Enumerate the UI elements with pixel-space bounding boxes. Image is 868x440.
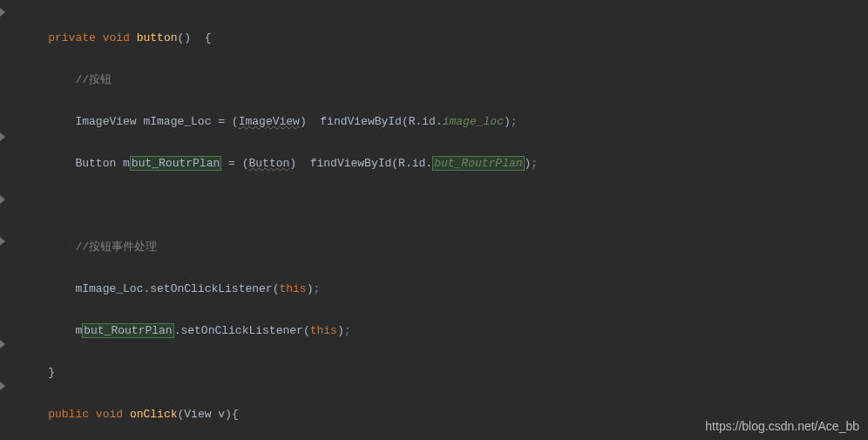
code-line (21, 195, 868, 216)
code-line: ImageView mImage_Loc = (ImageView) findV… (21, 112, 868, 132)
var-decl: mImage_Loc = ( (137, 115, 239, 128)
comment: //按钮事件处理 (75, 240, 157, 254)
punct: ) (504, 115, 511, 128)
unused-cast: Button (248, 157, 289, 170)
keyword-void: void (96, 408, 123, 421)
field-ref: image_loc (443, 115, 504, 128)
call: mImage_Loc.setOnClickListener( (75, 282, 279, 295)
keyword-this: this (279, 282, 306, 295)
semicolon: ; (511, 115, 518, 128)
editor-gutter (0, 0, 21, 440)
punct: = ( (221, 157, 248, 170)
brace-open: { (232, 408, 239, 421)
var-decl: m (116, 157, 130, 170)
call: .setOnClickListener( (174, 324, 310, 337)
code-line: Button mbut_RoutrPlan = (Button) findVie… (21, 153, 868, 174)
punct: ) (307, 282, 314, 295)
highlighted-identifier: but_RoutrPlan (130, 156, 221, 171)
semicolon: ; (531, 157, 538, 170)
keyword-void: void (103, 31, 130, 44)
highlighted-identifier: but_RoutrPlan (82, 323, 173, 338)
method-name: button (137, 31, 178, 44)
semicolon: ; (314, 282, 321, 295)
code-line: mImage_Loc.setOnClickListener(this); (21, 279, 868, 300)
keyword-private: private (48, 31, 96, 44)
gutter-override-icon (0, 340, 5, 349)
method-name: onClick (130, 408, 178, 421)
code-line: } (21, 362, 868, 383)
gutter-override-icon (0, 237, 5, 246)
code-line: //按钮 (21, 70, 868, 91)
gutter-override-icon (0, 8, 5, 17)
comment: //按钮 (75, 73, 112, 86)
code-line: //按钮事件处理 (21, 237, 868, 258)
type-name: ImageView (75, 115, 136, 128)
brace-close: } (48, 366, 55, 379)
params: (View v) (177, 408, 231, 421)
semicolon: ; (344, 324, 351, 337)
punct: () { (177, 31, 211, 44)
unused-cast: ImageView (239, 115, 300, 128)
keyword-this: this (310, 324, 337, 337)
watermark-text: https://blog.csdn.net/Ace_bb (705, 419, 859, 433)
gutter-override-icon (0, 132, 5, 141)
highlighted-field-ref: but_RoutrPlan (432, 156, 524, 171)
type-name: Button (75, 157, 116, 170)
gutter-override-icon (0, 382, 5, 390)
gutter-override-icon (0, 195, 5, 204)
call: ) findViewById(R.id. (300, 115, 443, 128)
code-line: private void button() { (21, 28, 868, 49)
code-editor[interactable]: private void button() { //按钮 ImageView m… (21, 7, 868, 440)
keyword-public: public (48, 408, 89, 421)
code-line: mbut_RoutrPlan.setOnClickListener(this); (21, 321, 868, 342)
call: ) findViewById(R.id. (289, 157, 432, 170)
punct: ) (337, 324, 344, 337)
